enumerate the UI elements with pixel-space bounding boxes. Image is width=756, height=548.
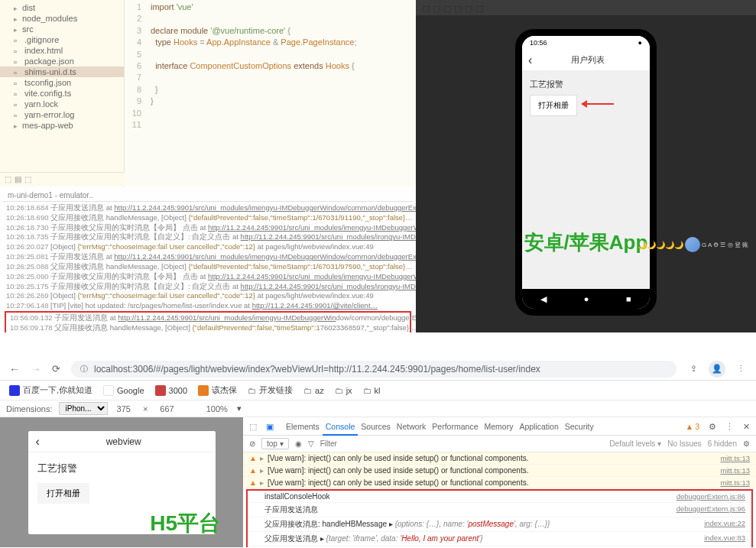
console-warning: ▲▸[Vue warn]: inject() can only be used … xyxy=(243,465,756,477)
annotation-arrow xyxy=(583,103,614,105)
zoom-dropdown-icon[interactable]: ▾ xyxy=(237,404,242,413)
inspect-icon[interactable]: ⬚ xyxy=(249,422,257,431)
terminal-header: m-uni-demo1 - emulator.. xyxy=(3,190,413,202)
eye-icon[interactable]: ◉ xyxy=(295,439,302,448)
clear-console-icon[interactable]: ⊘ xyxy=(249,439,255,448)
times-symbol: × xyxy=(143,404,148,413)
console-log: 子应用发送消息debuggerExtern.js:96 xyxy=(248,503,751,517)
tree-item-package.json[interactable]: ▫package.json xyxy=(0,56,124,66)
terminal-panel: m-uni-demo1 - emulator.. 10:26:18.684 子应… xyxy=(0,186,416,332)
toolbar-icon[interactable]: ⬚ xyxy=(475,4,483,11)
open-album-button[interactable]: 打开相册 xyxy=(37,483,89,504)
console-warning: ▲▸[Vue warn]: inject() can only be used … xyxy=(243,452,756,465)
log-levels-select[interactable]: Default levels ▾ xyxy=(609,439,661,448)
devtools-tabs: ⬚ ▣ ElementsConsoleSourcesNetworkPerform… xyxy=(243,417,756,436)
browser-window: ← → ⟳ ⓘ localhost:3006/#/pages/light/web… xyxy=(0,358,756,548)
device-select[interactable]: iPhon... xyxy=(59,402,108,415)
log-line: 10:26:18.730 子应用接收父应用的实时消息【令局】 点击 at htt… xyxy=(3,223,413,233)
bookmarks-bar: 百度一下,你就知道Google3000该杰保🗀开发链接🗀az🗀jx🗀kl xyxy=(0,381,756,400)
back-button[interactable]: ← xyxy=(9,363,20,375)
hidden-count[interactable]: 6 hidden xyxy=(708,439,737,448)
nav-home-icon[interactable]: ● xyxy=(584,294,589,303)
height-value[interactable]: 667 xyxy=(160,404,174,413)
decorative-badges: 🌙🌙🌙🌙🌙 G A ⚙ ☰ ◎ 登 账 xyxy=(638,237,748,252)
tree-item-mes-app-web[interactable]: mes-app-web xyxy=(0,120,124,131)
context-select[interactable]: top ▾ xyxy=(261,438,289,449)
tab-elements[interactable]: Elements xyxy=(283,419,323,434)
console-body[interactable]: ▲▸[Vue warn]: inject() can only be used … xyxy=(243,452,756,547)
warnings-badge[interactable]: ▲3 xyxy=(686,422,699,431)
bookmark-item[interactable]: 3000 xyxy=(155,385,187,396)
tree-item-yarn.lock[interactable]: ▫yarn.lock xyxy=(0,99,124,109)
tab-memory[interactable]: Memory xyxy=(481,419,516,434)
bookmark-item[interactable]: 百度一下,你就知道 xyxy=(9,384,92,396)
bookmark-item[interactable]: 该杰保 xyxy=(198,384,237,396)
bookmark-item[interactable]: Google xyxy=(103,385,144,396)
tree-item-vite.config.ts[interactable]: ▫vite.config.ts xyxy=(0,88,124,99)
width-value[interactable]: 375 xyxy=(117,404,131,413)
info-icon[interactable]: ⓘ xyxy=(80,364,88,375)
avatar[interactable] xyxy=(685,237,700,252)
section-label: 工艺报警 xyxy=(530,79,642,90)
nav-recent-icon[interactable]: ■ xyxy=(626,294,631,303)
device-toggle-icon[interactable]: ▣ xyxy=(266,422,274,431)
log-line: 10:26:18.690 父应用接收消息 handleMessage, [Obj… xyxy=(3,213,413,223)
toolbar-icon[interactable]: ⬚ xyxy=(454,4,462,11)
tab-sources[interactable]: Sources xyxy=(358,419,394,434)
bookmark-item[interactable]: 🗀kl xyxy=(363,386,381,395)
console-log: 父应用接收消息: handleHBMessage ▸ {options: {…}… xyxy=(248,517,751,532)
log-line: 10:26:20.027 [Object] {"errMsg":"chooseI… xyxy=(3,242,413,252)
ide-tool-icon[interactable]: ⬚ xyxy=(24,175,31,183)
ide-tool-icon[interactable]: ▤ xyxy=(15,175,21,183)
bookmark-item[interactable]: 🗀开发链接 xyxy=(248,384,293,396)
phone-nav-bar: ◀ ● ■ xyxy=(522,289,650,309)
browser-toolbar: ← → ⟳ ⓘ localhost:3006/#/pages/light/web… xyxy=(0,358,756,381)
url-bar[interactable]: ⓘ localhost:3006/#/pages/light/webview/i… xyxy=(71,361,677,378)
log-line: 10:56:09.178 父应用接收消息 handleMessage, [Obj… xyxy=(7,323,409,332)
forward-button[interactable]: → xyxy=(31,363,41,375)
close-icon[interactable]: ✕ xyxy=(743,422,750,431)
tree-item-shims-uni.d.ts[interactable]: ▫shims-uni.d.ts xyxy=(0,66,124,77)
toolbar-icon[interactable]: ⬚ xyxy=(443,4,451,11)
tab-application[interactable]: Application xyxy=(516,419,561,434)
more-icon[interactable]: ⋮ xyxy=(725,422,734,431)
log-line: 10:56:09.132 子应用发送消息 at http://11.2.244.… xyxy=(7,313,409,323)
settings-icon[interactable]: ⚙ xyxy=(709,422,716,431)
tree-item-node_modules[interactable]: node_modules xyxy=(0,13,124,24)
toolbar-icon[interactable]: ⬚ xyxy=(465,4,472,11)
phone-page-title: 用户列表 xyxy=(532,54,644,66)
issues-label[interactable]: No Issues xyxy=(667,439,701,448)
menu-icon[interactable]: ⋮ xyxy=(735,363,747,375)
tab-performance[interactable]: Performance xyxy=(429,419,481,434)
open-album-button[interactable]: 打开相册 xyxy=(530,95,577,116)
nav-back-icon[interactable]: ◀ xyxy=(540,294,547,304)
ide-tool-icon[interactable]: ⬚ xyxy=(5,175,11,183)
tree-item-src[interactable]: src xyxy=(0,24,124,34)
gear-icon[interactable]: ⚙ xyxy=(743,439,750,448)
tab-security[interactable]: Security xyxy=(562,419,597,434)
profile-icon[interactable]: 👤 xyxy=(709,361,725,378)
tab-console[interactable]: Console xyxy=(323,419,359,436)
share-icon[interactable]: ⇪ xyxy=(687,363,699,375)
tree-item-yarn-error.log[interactable]: ▫yarn-error.log xyxy=(0,109,124,120)
device-toolbar: Dimensions: iPhon... 375 × 667 100% ▾ xyxy=(0,400,756,417)
toolbar-icon[interactable]: ⬚ xyxy=(422,4,430,11)
reload-button[interactable]: ⟳ xyxy=(52,363,60,375)
bookmark-item[interactable]: 🗀jx xyxy=(335,386,352,395)
tree-item-tsconfig.json[interactable]: ▫tsconfig.json xyxy=(0,77,124,88)
dimensions-label: Dimensions: xyxy=(6,404,53,413)
tab-network[interactable]: Network xyxy=(394,419,430,434)
platform-label: H5平台 xyxy=(150,509,220,538)
tree-item-index.html[interactable]: ▫index.html xyxy=(0,45,124,56)
platform-label: 安卓/苹果App xyxy=(524,229,648,256)
zoom-value[interactable]: 100% xyxy=(206,404,228,413)
toolbar-icon[interactable]: ⬚ xyxy=(433,4,440,11)
tree-item-dist[interactable]: dist xyxy=(0,2,124,13)
filter-input[interactable] xyxy=(320,439,604,448)
tree-item-.gitignore[interactable]: ▫.gitignore xyxy=(0,34,124,45)
preview-title: webview xyxy=(40,436,208,447)
filter-icon: ▽ xyxy=(308,439,314,448)
battery-icon: ● xyxy=(638,39,642,47)
bookmark-item[interactable]: 🗀az xyxy=(303,386,324,395)
console-warning: ▲▸[Vue warn]: inject() can only be used … xyxy=(243,477,756,489)
